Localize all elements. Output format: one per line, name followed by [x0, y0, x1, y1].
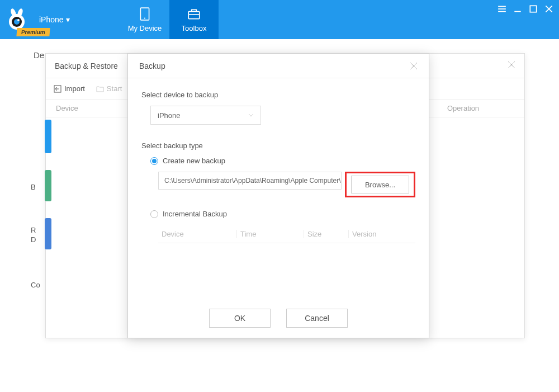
svg-rect-8 — [188, 12, 200, 19]
modal2-header: Backup — [128, 54, 429, 78]
svg-point-7 — [144, 18, 145, 19]
inc-col-device: Device — [158, 230, 236, 238]
app-header: Premium iPhone ▾ My Device Toolbox — [0, 0, 559, 39]
start-button[interactable]: Start — [96, 84, 122, 93]
device-dropdown[interactable]: iPhone ▾ — [39, 15, 70, 24]
header-tabs: My Device Toolbox — [120, 0, 219, 39]
radio-incremental[interactable]: Incremental Backup — [150, 210, 415, 218]
bg-label-partial: De — [34, 50, 44, 60]
tablet-icon — [138, 7, 152, 21]
radio-icon-checked — [150, 157, 158, 165]
modal2-footer: OK Cancel — [128, 299, 429, 338]
radio-create-new[interactable]: Create new backup — [150, 157, 415, 165]
ok-button[interactable]: OK — [209, 309, 271, 328]
inc-col-time: Time — [236, 230, 304, 238]
tab-my-device-label: My Device — [128, 24, 162, 32]
tab-toolbox-label: Toolbox — [182, 24, 207, 32]
start-label: Start — [107, 84, 122, 93]
backup-path-input[interactable]: C:\Users\Administrator\AppData\Roaming\A… — [158, 172, 342, 190]
side-co: Co — [31, 281, 40, 289]
chip-blue — [45, 120, 51, 153]
modal1-title: Backup & Restore — [55, 62, 118, 70]
side-labels: B R D Co — [31, 183, 40, 329]
inc-col-size: Size — [304, 230, 348, 238]
chevron-down-icon: ▾ — [66, 15, 70, 24]
premium-badge: Premium — [16, 28, 50, 36]
chevron-down-icon — [248, 111, 254, 120]
modal1-close-button[interactable] — [508, 60, 515, 72]
inc-table-header: Device Time Size Version — [158, 225, 415, 243]
toolbox-icon — [187, 7, 201, 21]
cancel-button[interactable]: Cancel — [286, 309, 348, 328]
side-r: R — [31, 226, 40, 234]
chip-blue2 — [45, 218, 51, 249]
modal2-body: Select device to backup iPhone Select ba… — [128, 78, 429, 299]
minimize-icon[interactable] — [513, 4, 522, 13]
inc-col-version: Version — [348, 230, 399, 238]
modal2-title: Backup — [139, 62, 165, 70]
app-logo — [6, 8, 28, 31]
window-controls — [498, 4, 553, 13]
incremental-table: Device Time Size Version — [158, 225, 415, 243]
maximize-icon[interactable] — [529, 4, 538, 13]
import-icon — [54, 85, 61, 93]
path-row: C:\Users\Administrator\AppData\Roaming\A… — [158, 172, 415, 197]
device-select-value: iPhone — [158, 111, 180, 120]
modal-backup: Backup Select device to backup iPhone Se… — [127, 53, 429, 338]
radio-icon-unchecked — [150, 210, 158, 218]
side-b: B — [31, 183, 40, 191]
close-icon[interactable] — [544, 4, 553, 13]
folder-icon — [96, 85, 104, 93]
incremental-label: Incremental Backup — [163, 210, 227, 218]
browse-button[interactable]: Browse... — [351, 176, 409, 193]
logo-area: Premium iPhone ▾ — [0, 0, 120, 39]
create-new-label: Create new backup — [163, 157, 225, 165]
tab-toolbox[interactable]: Toolbox — [169, 0, 219, 39]
device-dropdown-label: iPhone — [39, 15, 64, 24]
select-device-label: Select device to backup — [141, 91, 415, 99]
svg-point-5 — [17, 19, 20, 21]
modal2-close-button[interactable] — [410, 62, 418, 70]
import-label: Import — [64, 84, 85, 93]
import-button[interactable]: Import — [54, 84, 85, 93]
select-type-label: Select backup type — [141, 141, 415, 150]
backup-path-value: C:\Users\Administrator\AppData\Roaming\A… — [164, 177, 342, 185]
side-d: D — [31, 235, 40, 244]
menu-icon[interactable] — [498, 4, 506, 13]
browse-highlight: Browse... — [345, 172, 415, 197]
chip-green — [45, 170, 51, 201]
device-select[interactable]: iPhone — [150, 106, 261, 125]
col-operation: Operation — [437, 104, 504, 112]
sidebar-chips — [45, 120, 51, 249]
svg-rect-14 — [530, 6, 536, 12]
tab-my-device[interactable]: My Device — [120, 0, 169, 39]
